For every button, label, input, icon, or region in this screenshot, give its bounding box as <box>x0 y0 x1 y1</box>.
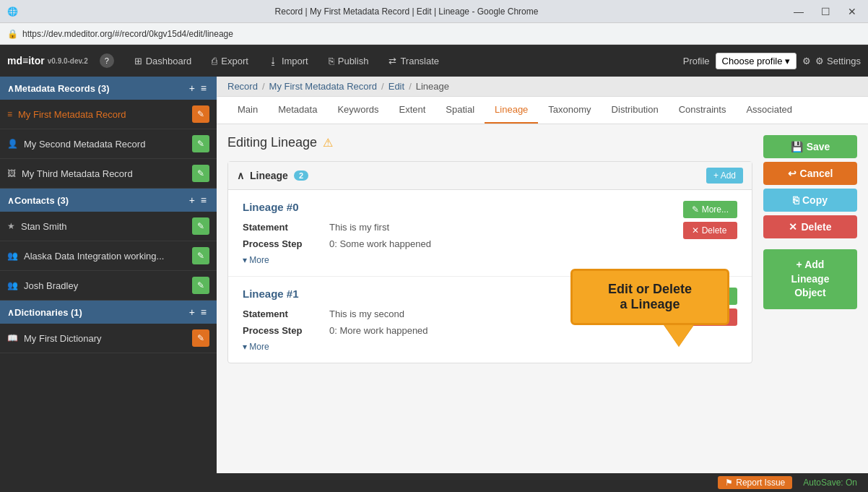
import-icon: ⭳ <box>269 56 278 66</box>
add-dictionary-btn[interactable]: + <box>186 306 198 318</box>
save-icon: 💾 <box>791 141 803 152</box>
pencil-icon-0: ✎ <box>692 204 699 215</box>
browser-icon: 🌐 <box>7 7 18 17</box>
record-icon-3: 🖼 <box>7 168 16 178</box>
metadata-records-section[interactable]: ∧ Metadata Records (3) + ≡ <box>0 77 217 100</box>
lineage-section-header: ∧ Lineage 2 + Add <box>228 162 752 190</box>
brand-text: md≡itor <box>7 55 45 66</box>
sidebar-item-josh-bradley[interactable]: 👥 Josh Bradley ✎ <box>0 271 217 301</box>
tab-spatial[interactable]: Spatial <box>435 97 485 124</box>
add-lineage-object-button[interactable]: + AddLineageObject <box>763 249 857 309</box>
tab-taxonomy[interactable]: Taxonomy <box>538 97 601 124</box>
contacts-section[interactable]: ∧ Contacts (3) + ≡ <box>0 189 217 212</box>
main-panel: Record / My First Metadata Record / Edit… <box>217 77 868 492</box>
nav-publish[interactable]: ⎘Publish <box>320 51 378 71</box>
callout-box: Edit or Delete a Lineage <box>570 269 729 325</box>
tab-distribution[interactable]: Distribution <box>602 97 669 124</box>
url-text: https://dev.mdeditor.org/#/record/0kgv15… <box>22 29 233 39</box>
tab-constraints[interactable]: Constraints <box>669 97 737 124</box>
delete-btn-0[interactable]: ✕ Delete <box>683 222 737 239</box>
edit-second-metadata-btn[interactable]: ✎ <box>192 135 209 152</box>
nav-export[interactable]: ⎙Export <box>203 51 257 71</box>
tab-bar: Main Metadata Keywords Extent Spatial Li… <box>217 97 868 124</box>
editing-lineage-title: Editing Lineage <box>227 135 317 150</box>
contact-icon-3: 👥 <box>7 280 18 290</box>
sidebar-item-second-metadata[interactable]: 👤 My Second Metadata Record ✎ <box>0 129 217 159</box>
right-actions: 💾 Save ↩ Cancel ⎘ Copy ✕ Delete <box>763 135 857 462</box>
edit-third-metadata-btn[interactable]: ✎ <box>192 165 209 182</box>
cancel-button[interactable]: ↩ Cancel <box>763 162 857 185</box>
sidebar-item-alaska[interactable]: 👥 Alaska Data Integration working... ✎ <box>0 241 217 271</box>
page-body: Editing Lineage ⚠ ∧ Lineage 2 + Add <box>217 124 868 473</box>
browser-title-bar: 🌐 Record | My First Metadata Record | Ed… <box>0 0 868 23</box>
x-icon-0: ✕ <box>692 225 699 236</box>
dictionaries-section[interactable]: ∧ Dictionaries (1) + ≡ <box>0 301 217 324</box>
josh-bradley-label: Josh Bradley <box>24 280 192 291</box>
breadcrumb-metadata-record[interactable]: My First Metadata Record <box>269 81 378 92</box>
edit-stan-smith-btn[interactable]: ✎ <box>192 217 209 235</box>
chevron-icon: ∧ <box>7 83 14 94</box>
tab-associated[interactable]: Associated <box>736 97 802 124</box>
minimize-btn[interactable]: — <box>789 4 808 19</box>
autosave-status: AutoSave: On <box>803 478 857 488</box>
contact-icon-2: 👥 <box>7 251 18 261</box>
list-dictionary-btn[interactable]: ≡ <box>198 306 209 318</box>
delete-button[interactable]: ✕ Delete <box>763 215 857 238</box>
record-icon-2: 👤 <box>7 139 18 149</box>
copy-button[interactable]: ⎘ Copy <box>763 189 857 212</box>
window-controls[interactable]: — ☐ ✕ <box>789 4 861 19</box>
edit-alaska-btn[interactable]: ✎ <box>192 247 209 264</box>
help-button[interactable]: ? <box>100 53 114 68</box>
tab-extent[interactable]: Extent <box>389 97 435 124</box>
lineage-section-title: Lineage <box>250 170 288 181</box>
dictionaries-section-title: Dictionaries (1) <box>14 307 186 318</box>
more-btn-0[interactable]: ✎ More... <box>683 201 737 218</box>
list-contact-btn[interactable]: ≡ <box>198 194 209 206</box>
sidebar-item-first-dictionary[interactable]: 📖 My First Dictionary ✎ <box>0 324 217 353</box>
statement-value-1: This is my second <box>329 308 404 319</box>
breadcrumb-record[interactable]: Record <box>227 81 258 92</box>
add-metadata-btn[interactable]: + <box>186 82 198 94</box>
settings-button[interactable]: ⚙ ⚙ Settings <box>802 56 861 66</box>
flag-icon: ⚑ <box>725 478 733 488</box>
tab-main[interactable]: Main <box>227 97 268 124</box>
tab-lineage[interactable]: Lineage <box>485 97 538 124</box>
process-label-0: Process Step <box>243 238 329 249</box>
cancel-icon: ↩ <box>788 168 797 179</box>
add-contact-btn[interactable]: + <box>186 194 198 206</box>
statement-label-1: Statement <box>243 308 329 319</box>
browser-title: Record | My First Metadata Record | Edit… <box>24 7 789 17</box>
metadata-section-title: Metadata Records (3) <box>14 83 186 94</box>
edit-josh-btn[interactable]: ✎ <box>192 277 209 294</box>
first-metadata-label: My First Metadata Record <box>18 109 192 120</box>
callout-overlay: Edit or Delete a Lineage <box>570 269 729 347</box>
process-label-1: Process Step <box>243 325 329 336</box>
more-link-0[interactable]: ▾ More <box>243 255 672 265</box>
list-metadata-btn[interactable]: ≡ <box>198 82 209 94</box>
edit-first-metadata-btn[interactable]: ✎ <box>192 105 209 123</box>
contacts-section-title: Contacts (3) <box>14 195 186 206</box>
tab-metadata[interactable]: Metadata <box>268 97 327 124</box>
sidebar-item-third-metadata[interactable]: 🖼 My Third Metadata Record ✎ <box>0 159 217 189</box>
save-button[interactable]: 💾 Save <box>763 135 857 158</box>
brand: md≡itor v0.9.0-dev.2 <box>7 55 88 66</box>
callout-arrow <box>664 325 693 347</box>
profile-select[interactable]: Choose profile ▾ <box>716 53 797 69</box>
breadcrumb-current: Lineage <box>416 81 449 92</box>
nav-translate[interactable]: ⇄Translate <box>380 51 448 71</box>
navbar: md≡itor v0.9.0-dev.2 ? ⊞Dashboard ⎙Expor… <box>0 45 868 77</box>
nav-import[interactable]: ⭳Import <box>260 51 317 71</box>
statement-label-0: Statement <box>243 222 329 233</box>
close-btn[interactable]: ✕ <box>843 4 861 19</box>
maximize-btn[interactable]: ☐ <box>817 4 835 19</box>
breadcrumb-edit[interactable]: Edit <box>389 81 404 92</box>
sidebar-item-stan-smith[interactable]: ★ Stan Smith ✎ <box>0 212 217 241</box>
report-issue-button[interactable]: ⚑ Report Issue <box>718 476 792 489</box>
breadcrumb: Record / My First Metadata Record / Edit… <box>217 77 868 97</box>
edit-first-dict-btn[interactable]: ✎ <box>192 329 209 347</box>
add-lineage-btn[interactable]: + Add <box>706 168 743 184</box>
sidebar-item-first-metadata[interactable]: ≡ My First Metadata Record ✎ <box>0 100 217 129</box>
lineage-item-0: Lineage #0 Statement This is my first Pr… <box>228 190 752 277</box>
nav-dashboard[interactable]: ⊞Dashboard <box>126 51 201 71</box>
tab-keywords[interactable]: Keywords <box>327 97 389 124</box>
